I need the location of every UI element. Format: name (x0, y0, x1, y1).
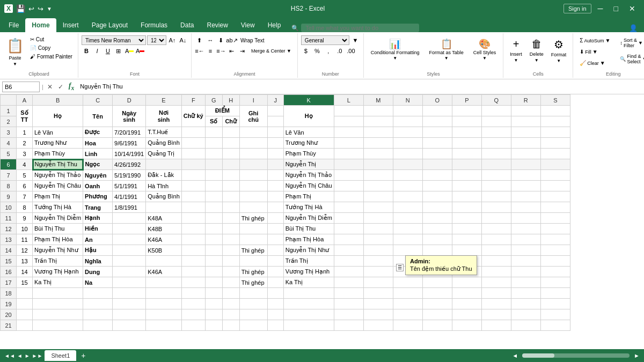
cell-C10[interactable]: Trang (83, 202, 113, 213)
col-header-B[interactable]: B (33, 95, 83, 106)
cell-J10[interactable] (267, 202, 283, 213)
close-button[interactable]: ✕ (625, 3, 640, 14)
cell-A5[interactable]: 3 (17, 149, 33, 159)
cell-K8[interactable]: Nguyễn Thị Châu (283, 181, 334, 191)
cell-A9[interactable]: 7 (17, 191, 33, 202)
tab-insert[interactable]: Insert (56, 18, 85, 32)
cell-J5[interactable] (267, 149, 283, 159)
cell-C4[interactable]: Hoa (83, 138, 113, 149)
cut-button[interactable]: ✂ Cut (28, 35, 75, 43)
clear-button[interactable]: 🧹 Clear ▼ (576, 58, 608, 68)
tab-review[interactable]: Review (200, 18, 234, 32)
cell-H6[interactable] (222, 159, 239, 170)
cell-D12[interactable] (113, 224, 146, 234)
cell-D13[interactable] (113, 234, 146, 245)
col-header-P[interactable]: P (452, 95, 481, 106)
cell-G13[interactable] (205, 234, 222, 245)
undo-icon[interactable]: ↩ (28, 5, 34, 13)
cell-A7[interactable]: 5 (17, 170, 33, 181)
cell-K14[interactable]: Nguyễn Thị Như (283, 245, 334, 256)
underline-button[interactable]: U (103, 46, 113, 56)
cell-A14[interactable]: 12 (17, 245, 33, 256)
cell-D5[interactable]: 10/14/1991 (113, 149, 146, 159)
cell-G5[interactable] (205, 149, 222, 159)
cell-B14[interactable]: Nguyễn Thị Như (33, 245, 83, 256)
cell-E6[interactable] (146, 159, 182, 170)
cell-B6[interactable]: Nguyễn Thị Thu (33, 159, 83, 170)
cell-J6[interactable] (267, 159, 283, 170)
col-header-D[interactable]: D (113, 95, 146, 106)
cell-B11[interactable]: Nguyễn Thị Diễm (33, 213, 83, 224)
cell-G8[interactable] (205, 181, 222, 191)
cell-C16[interactable]: Dung (83, 267, 113, 277)
cell-K9[interactable]: Phạm Thị (283, 191, 334, 202)
cell-K1[interactable]: Họ (283, 106, 334, 127)
cell-E8[interactable]: Hà Tĩnh (146, 181, 182, 191)
col-header-E[interactable]: E (146, 95, 182, 106)
cell-F7[interactable] (181, 170, 205, 181)
tab-home[interactable]: Home (25, 18, 56, 32)
cell-G7[interactable] (205, 170, 222, 181)
cell-G17[interactable] (205, 277, 222, 288)
cell-A12[interactable]: 10 (17, 224, 33, 234)
cell-H8[interactable] (222, 181, 239, 191)
cell-J3[interactable] (267, 127, 283, 138)
cell-E12[interactable]: K48B (146, 224, 182, 234)
cell-K17[interactable]: Ka Thị (283, 277, 334, 288)
cell-C17[interactable]: Na (83, 277, 113, 288)
cell-C14[interactable]: Hậu (83, 245, 113, 256)
cell-E10[interactable] (146, 202, 182, 213)
cell-H12[interactable] (222, 224, 239, 234)
cell-K6[interactable]: Nguyễn Thị (283, 159, 334, 170)
cell-H9[interactable] (222, 191, 239, 202)
cell-O2[interactable] (422, 116, 452, 127)
cell-E9[interactable]: Quảng Bình (146, 191, 182, 202)
add-sheet-button[interactable]: + (78, 351, 88, 360)
cell-Q1[interactable] (481, 106, 511, 116)
cell-I13[interactable] (239, 234, 267, 245)
cell-H17[interactable] (222, 277, 239, 288)
cell-D8[interactable]: 5/1/1991 (113, 181, 146, 191)
cell-G6[interactable] (205, 159, 222, 170)
cell-I11[interactable]: Thi ghép (239, 213, 267, 224)
cell-GH1[interactable]: ĐIỂM (205, 106, 239, 116)
sheet-tab-sheet1[interactable]: Sheet1 (45, 350, 76, 361)
cell-B16[interactable]: Vương Thị Hạnh (33, 267, 83, 277)
cell-D3[interactable]: 7/20/1991 (113, 127, 146, 138)
cell-F15[interactable] (181, 256, 205, 267)
align-center-button[interactable]: ≡ (206, 46, 215, 56)
confirm-formula-icon[interactable]: ✓ (56, 83, 65, 91)
cell-H5[interactable] (222, 149, 239, 159)
font-color-button[interactable]: A (135, 46, 145, 56)
cell-O1[interactable] (422, 106, 452, 116)
cell-G10[interactable] (205, 202, 222, 213)
format-as-table-button[interactable]: 📋 Format as Table ▼ (425, 35, 467, 63)
cell-K10[interactable]: Tướng Thị Hà (283, 202, 334, 213)
cell-I1[interactable]: Ghichú (239, 106, 267, 127)
increase-decimal-button[interactable]: .00 (346, 46, 356, 56)
cell-F13[interactable] (181, 234, 205, 245)
fill-button[interactable]: ⬇ Fill ▼ (576, 47, 601, 57)
cell-B3[interactable]: Lê Văn (33, 127, 83, 138)
cell-K12[interactable]: Bùi Thị Thu (283, 224, 334, 234)
cell-K11[interactable]: Nguyễn Thị Diễm (283, 213, 334, 224)
cell-B17[interactable]: Ka Thị (33, 277, 83, 288)
cell-E14[interactable]: K50B (146, 245, 182, 256)
cell-E7[interactable]: Đắk - Lắk (146, 170, 182, 181)
tab-file[interactable]: File (2, 18, 25, 32)
cell-D16[interactable] (113, 267, 146, 277)
cell-F5[interactable] (181, 149, 205, 159)
cell-P2[interactable] (452, 116, 481, 127)
cell-A3[interactable]: 1 (17, 127, 33, 138)
formula-input[interactable]: Nguyễn Thị Thu (78, 83, 642, 91)
increase-font-icon[interactable]: A↑ (167, 35, 177, 45)
cell-K4[interactable]: Trương Như (283, 138, 334, 149)
borders-button[interactable]: ⊞ (114, 46, 123, 56)
cell-Q2[interactable] (481, 116, 511, 127)
cell-H10[interactable] (222, 202, 239, 213)
redo-icon[interactable]: ↪ (38, 5, 43, 13)
cell-R1[interactable] (511, 106, 540, 116)
cancel-formula-icon[interactable]: ✕ (46, 83, 54, 91)
sheet-area[interactable]: A B C D E F G H I J K L M N O P Q (0, 94, 644, 349)
cell-F3[interactable] (181, 127, 205, 138)
